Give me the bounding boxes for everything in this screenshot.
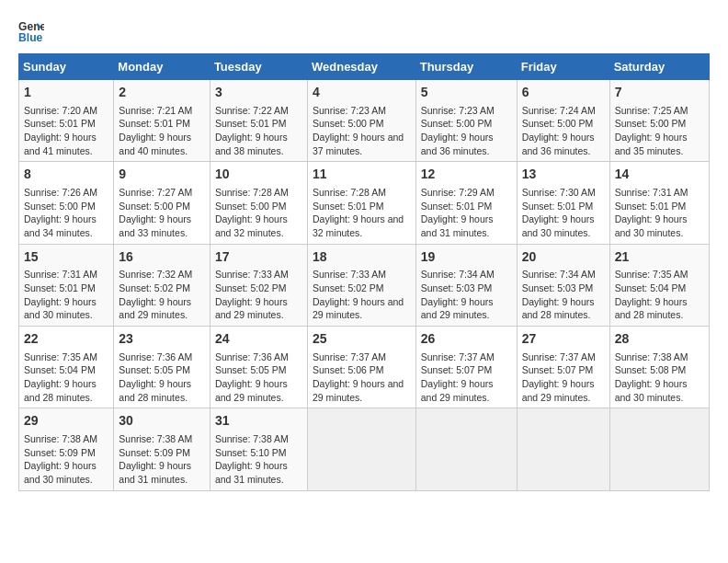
day-number: 17 [215, 248, 302, 267]
sunset-text: Sunset: 5:07 PM [522, 364, 594, 375]
daylight-label: Daylight: 9 hours and 32 minutes. [313, 213, 404, 238]
sunset-text: Sunset: 5:00 PM [24, 201, 96, 212]
sunrise-text: Sunrise: 7:34 AM [421, 269, 495, 280]
sunrise-text: Sunrise: 7:20 AM [24, 105, 97, 116]
sunrise-text: Sunrise: 7:28 AM [313, 187, 386, 198]
sunrise-text: Sunrise: 7:25 AM [615, 105, 688, 116]
day-number: 3 [215, 84, 302, 102]
sunset-text: Sunset: 5:02 PM [119, 282, 190, 293]
day-number: 19 [421, 248, 512, 267]
sunrise-text: Sunrise: 7:35 AM [24, 351, 97, 362]
sunset-text: Sunset: 5:00 PM [215, 201, 287, 212]
sunrise-text: Sunrise: 7:37 AM [313, 351, 386, 362]
calendar-cell [609, 408, 709, 490]
daylight-label: Daylight: 9 hours and 36 minutes. [421, 132, 494, 156]
sunrise-text: Sunrise: 7:38 AM [215, 433, 289, 444]
calendar-cell: 19Sunrise: 7:34 AMSunset: 5:03 PMDayligh… [415, 244, 517, 326]
sunrise-text: Sunrise: 7:32 AM [119, 269, 192, 280]
sunset-text: Sunset: 5:01 PM [313, 201, 384, 212]
daylight-label: Daylight: 9 hours and 28 minutes. [24, 378, 97, 403]
daylight-label: Daylight: 9 hours and 38 minutes. [215, 132, 288, 156]
logo-icon: General Blue [18, 18, 44, 44]
day-header-monday: Monday [114, 54, 210, 80]
sunrise-text: Sunrise: 7:26 AM [24, 187, 97, 198]
calendar-cell: 1Sunrise: 7:20 AMSunset: 5:01 PMDaylight… [19, 80, 114, 162]
calendar-header-row: SundayMondayTuesdayWednesdayThursdayFrid… [19, 54, 710, 80]
daylight-label: Daylight: 9 hours and 35 minutes. [615, 132, 688, 156]
daylight-label: Daylight: 9 hours and 36 minutes. [522, 132, 595, 156]
calendar-cell: 8Sunrise: 7:26 AMSunset: 5:00 PMDaylight… [19, 162, 114, 244]
sunset-text: Sunset: 5:00 PM [615, 118, 687, 129]
day-number: 27 [522, 330, 605, 349]
day-number: 8 [24, 166, 108, 184]
sunset-text: Sunset: 5:01 PM [215, 118, 287, 129]
daylight-label: Daylight: 9 hours and 40 minutes. [119, 132, 191, 156]
calendar-week-row: 8Sunrise: 7:26 AMSunset: 5:00 PMDaylight… [19, 162, 710, 244]
sunset-text: Sunset: 5:09 PM [119, 447, 190, 458]
sunset-text: Sunset: 5:05 PM [215, 364, 287, 375]
sunset-text: Sunset: 5:05 PM [119, 364, 190, 375]
day-number: 18 [313, 248, 411, 267]
sunset-text: Sunset: 5:02 PM [215, 282, 287, 293]
day-number: 9 [119, 166, 205, 184]
sunrise-text: Sunrise: 7:27 AM [119, 187, 192, 198]
calendar-table: SundayMondayTuesdayWednesdayThursdayFrid… [18, 53, 710, 491]
sunrise-text: Sunrise: 7:29 AM [421, 187, 495, 198]
calendar-week-row: 29Sunrise: 7:38 AMSunset: 5:09 PMDayligh… [19, 408, 710, 490]
calendar-cell: 3Sunrise: 7:22 AMSunset: 5:01 PMDaylight… [210, 80, 307, 162]
calendar-week-row: 1Sunrise: 7:20 AMSunset: 5:01 PMDaylight… [19, 80, 710, 162]
sunrise-text: Sunrise: 7:23 AM [313, 105, 386, 116]
sunrise-text: Sunrise: 7:28 AM [215, 187, 289, 198]
day-number: 13 [522, 166, 605, 184]
daylight-label: Daylight: 9 hours and 31 minutes. [421, 213, 494, 238]
sunset-text: Sunset: 5:01 PM [119, 118, 190, 129]
calendar-cell [307, 408, 415, 490]
calendar-body: 1Sunrise: 7:20 AMSunset: 5:01 PMDaylight… [19, 80, 710, 491]
day-number: 24 [215, 330, 302, 349]
day-number: 14 [615, 166, 704, 184]
calendar-cell: 18Sunrise: 7:33 AMSunset: 5:02 PMDayligh… [307, 244, 415, 326]
daylight-label: Daylight: 9 hours and 30 minutes. [615, 378, 688, 403]
calendar-cell: 25Sunrise: 7:37 AMSunset: 5:06 PMDayligh… [307, 327, 415, 408]
daylight-label: Daylight: 9 hours and 29 minutes. [215, 378, 288, 403]
calendar-cell: 6Sunrise: 7:24 AMSunset: 5:00 PMDaylight… [517, 80, 609, 162]
sunrise-text: Sunrise: 7:21 AM [119, 105, 192, 116]
sunset-text: Sunset: 5:10 PM [215, 447, 287, 458]
daylight-label: Daylight: 9 hours and 30 minutes. [522, 213, 595, 238]
sunset-text: Sunset: 5:00 PM [313, 118, 384, 129]
day-number: 10 [215, 166, 302, 184]
day-number: 20 [522, 248, 605, 267]
sunrise-text: Sunrise: 7:31 AM [615, 187, 688, 198]
daylight-label: Daylight: 9 hours and 29 minutes. [421, 378, 494, 403]
daylight-label: Daylight: 9 hours and 29 minutes. [119, 296, 191, 321]
sunset-text: Sunset: 5:00 PM [522, 118, 594, 129]
daylight-label: Daylight: 9 hours and 28 minutes. [522, 296, 595, 321]
daylight-label: Daylight: 9 hours and 29 minutes. [215, 296, 288, 321]
daylight-label: Daylight: 9 hours and 29 minutes. [421, 296, 494, 321]
day-number: 29 [24, 412, 108, 431]
sunset-text: Sunset: 5:03 PM [421, 282, 493, 293]
day-number: 6 [522, 84, 605, 102]
calendar-cell: 30Sunrise: 7:38 AMSunset: 5:09 PMDayligh… [114, 408, 210, 490]
day-header-tuesday: Tuesday [210, 54, 307, 80]
sunrise-text: Sunrise: 7:36 AM [119, 351, 192, 362]
day-number: 1 [24, 84, 108, 102]
sunrise-text: Sunrise: 7:34 AM [522, 269, 596, 280]
calendar-cell: 4Sunrise: 7:23 AMSunset: 5:00 PMDaylight… [307, 80, 415, 162]
day-number: 31 [215, 412, 302, 431]
calendar-cell: 23Sunrise: 7:36 AMSunset: 5:05 PMDayligh… [114, 327, 210, 408]
day-number: 22 [24, 330, 108, 349]
logo: General Blue [18, 18, 48, 44]
calendar-cell: 14Sunrise: 7:31 AMSunset: 5:01 PMDayligh… [609, 162, 709, 244]
day-number: 26 [421, 330, 512, 349]
sunset-text: Sunset: 5:07 PM [421, 364, 493, 375]
daylight-label: Daylight: 9 hours and 29 minutes. [313, 296, 404, 321]
sunset-text: Sunset: 5:08 PM [615, 364, 687, 375]
day-header-thursday: Thursday [415, 54, 517, 80]
sunrise-text: Sunrise: 7:38 AM [615, 351, 688, 362]
daylight-label: Daylight: 9 hours and 30 minutes. [615, 213, 688, 238]
sunset-text: Sunset: 5:01 PM [615, 201, 687, 212]
daylight-label: Daylight: 9 hours and 31 minutes. [215, 460, 288, 485]
day-number: 16 [119, 248, 205, 267]
sunrise-text: Sunrise: 7:33 AM [313, 269, 386, 280]
